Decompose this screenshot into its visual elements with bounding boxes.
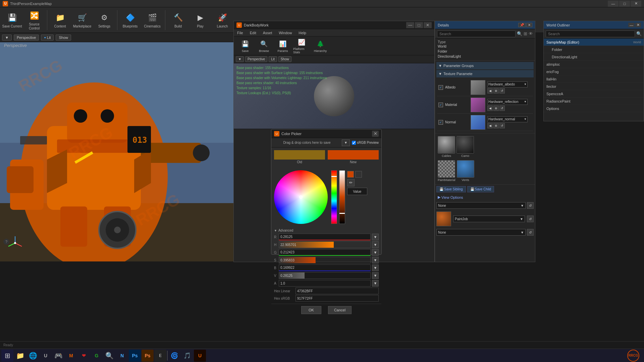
wo-close-btn[interactable]: ✕ [635, 23, 641, 27]
toolbar-source-control[interactable]: 🔀 Source Control [23, 9, 45, 32]
show-btn[interactable]: Show [56, 35, 71, 41]
material-checkbox[interactable] [438, 103, 443, 107]
material-left-btn[interactable]: ◀ [487, 106, 493, 111]
texture-params-header[interactable]: ▼ Texture Paramete [436, 70, 534, 77]
cp-s-input[interactable] [279, 257, 371, 263]
cp-h-btn[interactable]: ▼ [372, 241, 379, 248]
mat-vp-lit[interactable]: Lit [269, 56, 277, 62]
save-child-btn[interactable]: 💾 Save Child [467, 186, 494, 192]
wo-min-btn[interactable]: — [628, 23, 635, 27]
mat-save-btn[interactable]: 💾 Save [236, 38, 254, 54]
cp-hex-linear-input[interactable] [296, 288, 379, 294]
mat-menu-help[interactable]: Help [295, 29, 310, 36]
cp-hex-srgb-input[interactable] [296, 295, 379, 302]
details-pin-btn[interactable]: 📌 [518, 23, 526, 27]
wo-search-input[interactable] [546, 31, 635, 37]
toolbar-save-current[interactable]: 💾 Save Current [1, 9, 23, 32]
mat-maximize-btn[interactable]: □ [415, 22, 423, 28]
viewport-dropdown-btn[interactable]: ▼ [2, 35, 12, 41]
cp-close-btn[interactable]: ✕ [372, 131, 379, 137]
mat-minimize-btn[interactable]: — [406, 22, 414, 28]
taskbar-browser-2[interactable]: 🌐 [27, 350, 39, 362]
normal-zoom-btn[interactable]: ⊕ [493, 123, 499, 128]
mat-browse-btn[interactable]: 🔍 Browse [255, 38, 273, 54]
maximize-button[interactable]: □ [619, 1, 630, 7]
cp-srgb-checkbox[interactable] [352, 141, 356, 145]
cp-b-btn[interactable]: ▼ [372, 264, 379, 271]
none-reset-2[interactable]: ↺ [527, 229, 534, 236]
mat-menu-edit[interactable]: Edit [247, 29, 260, 36]
wo-item-alimploc[interactable]: alimploc [544, 61, 644, 68]
taskbar-windows[interactable]: ⊞ [1, 350, 13, 362]
cp-mini-swatch-1[interactable] [347, 171, 354, 178]
taskbar-app-green[interactable]: G [91, 350, 103, 362]
taskbar-steam[interactable]: 🎮 [52, 350, 64, 362]
albedo-checkbox[interactable] [438, 85, 443, 90]
view-options-btn[interactable]: ▶ View Options [435, 194, 535, 201]
cp-s-btn[interactable]: ▼ [372, 257, 379, 263]
toolbar-play[interactable]: ▶ Play [190, 9, 211, 32]
lit-btn[interactable]: ● Lit [41, 35, 54, 41]
toolbar-launch[interactable]: 🚀 Launch [212, 9, 233, 32]
perspective-btn[interactable]: Perspective [14, 35, 39, 41]
wo-item-radiance[interactable]: RadiancePaint [544, 98, 644, 105]
cp-a-btn[interactable]: ▼ [372, 280, 379, 287]
albedo-zoom-btn[interactable]: ⊕ [493, 88, 499, 94]
mat-menu-asset[interactable]: Asset [260, 29, 276, 36]
wo-item-llalhin[interactable]: llalHin [544, 75, 644, 83]
taskbar-app-red[interactable]: M [65, 350, 77, 362]
toolbar-content[interactable]: 📁 Content [49, 9, 71, 32]
cp-color-wheel[interactable] [274, 170, 328, 224]
close-button[interactable]: ✕ [631, 1, 641, 7]
details-close-btn[interactable]: ✕ [526, 23, 532, 27]
taskbar-notepad[interactable]: N [116, 350, 128, 362]
details-eye-btn[interactable]: 👁 [529, 31, 533, 36]
wo-item-options[interactable]: Options [544, 105, 644, 112]
taskbar-unity[interactable]: U [40, 350, 52, 362]
wo-item-dirlight[interactable]: DirectionalLight [544, 53, 644, 61]
mat-vp-perspective[interactable]: Perspective [245, 56, 267, 62]
normal-checkbox[interactable] [438, 120, 443, 125]
mat-menu-window[interactable]: Window [275, 29, 295, 36]
wo-item-ericfog[interactable]: ericFog [544, 68, 644, 75]
cp-r-input[interactable] [279, 234, 371, 240]
cp-a-input[interactable] [279, 280, 371, 287]
toolbar-settings[interactable]: ⚙ Settings [94, 9, 115, 32]
wo-item-llector[interactable]: llector [544, 83, 644, 90]
cp-cancel-btn[interactable]: Cancel [328, 306, 352, 314]
paintjob-dropdown[interactable]: PaintJob ▼ [453, 216, 525, 222]
none-dropdown-2[interactable]: None ▼ [436, 229, 526, 236]
none-reset-1[interactable]: ↺ [527, 202, 534, 209]
normal-left-btn[interactable]: ◀ [487, 123, 493, 128]
cp-b-input[interactable] [279, 264, 371, 271]
wo-item-spencea[interactable]: SpencceA [544, 90, 644, 98]
save-sibling-btn[interactable]: 💾 Save Sibling [436, 186, 466, 192]
toolbar-marketplace[interactable]: 🛒 Marketplace [71, 9, 93, 32]
toolbar-cinematics[interactable]: 🎬 Cinematics [142, 9, 163, 32]
wo-item-samplemap[interactable]: SampleMap (Editor) World [544, 39, 644, 46]
mat-platform-stats-btn[interactable]: 📈 Platform Stats [293, 38, 310, 54]
cp-h-input[interactable] [279, 241, 371, 248]
material-zoom-btn[interactable]: ⊕ [493, 106, 499, 111]
mat-params-btn[interactable]: 📊 Params [274, 38, 291, 54]
cp-dropdown-btn[interactable]: ▼ [342, 139, 350, 146]
normal-dropdown[interactable]: Hardware_normal ▼ [487, 116, 528, 122]
albedo-left-btn[interactable]: ◀ [487, 88, 493, 94]
taskbar-search[interactable]: 🔍 [103, 350, 115, 362]
none-dropdown-1[interactable]: None ▼ [436, 202, 526, 209]
minimize-button[interactable]: — [608, 1, 619, 7]
thumb-cables[interactable]: Cables [438, 136, 455, 158]
cp-mini-swatch-2[interactable] [355, 171, 362, 178]
mat-close-btn[interactable]: ✕ [424, 22, 432, 28]
taskbar-spotify[interactable]: 🎵 [181, 350, 193, 362]
albedo-reset-btn[interactable]: ↺ [499, 88, 505, 94]
cp-v-input[interactable] [279, 272, 371, 279]
cp-hue-strip[interactable] [331, 170, 337, 224]
taskbar-ps2[interactable]: Ps [142, 350, 154, 362]
thumb-paintmaterial[interactable]: PaintMaterial [438, 160, 455, 182]
cp-value-box[interactable]: Value [347, 188, 367, 195]
cp-r-btn[interactable]: ▼ [372, 234, 379, 240]
cp-g-btn[interactable]: ▼ [372, 249, 379, 256]
taskbar-epic[interactable]: E [154, 350, 166, 362]
material-reset-btn[interactable]: ↺ [499, 106, 505, 111]
